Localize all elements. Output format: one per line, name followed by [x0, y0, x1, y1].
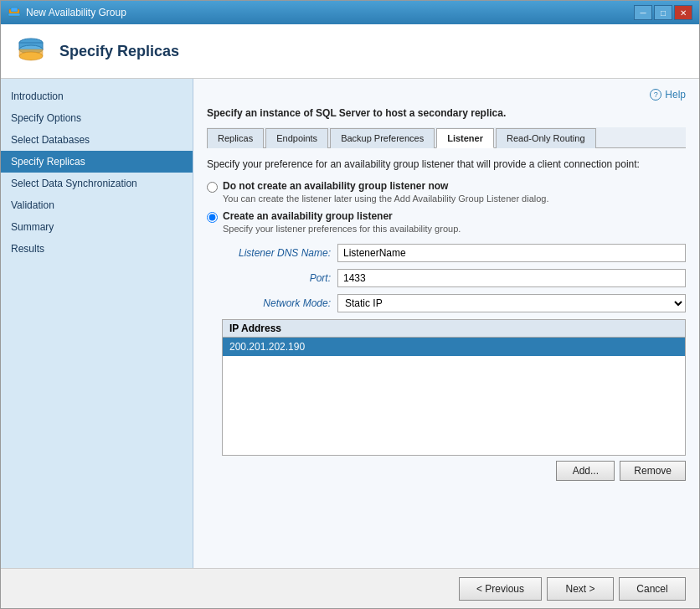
app-icon — [8, 6, 21, 19]
next-button[interactable]: Next > — [547, 577, 614, 601]
sidebar: Introduction Specify Options Select Data… — [1, 79, 193, 568]
sidebar-item-validation[interactable]: Validation — [1, 194, 193, 216]
main-content: Introduction Specify Options Select Data… — [1, 79, 699, 568]
port-label: Port: — [222, 272, 331, 284]
create-listener-sublabel: Specify your listener preferences for th… — [223, 224, 461, 234]
radio-option-no-listener: Do not create an availability group list… — [207, 180, 686, 204]
port-row: Port: — [222, 269, 686, 287]
listener-description: Specify your preference for an availabil… — [207, 158, 686, 170]
section-description: Specify an instance of SQL Server to hos… — [207, 107, 686, 119]
create-listener-radio[interactable] — [207, 212, 218, 223]
ip-table-header: IP Address — [223, 320, 685, 338]
title-bar-left: New Availability Group — [8, 6, 126, 19]
network-mode-row: Network Mode: Static IP DHCP — [222, 294, 686, 312]
remove-button[interactable]: Remove — [620, 461, 686, 481]
listener-form: Listener DNS Name: Port: Network Mode: S… — [222, 244, 686, 312]
no-listener-radio[interactable] — [207, 182, 218, 193]
help-link-text[interactable]: ? Help — [650, 89, 686, 101]
svg-point-7 — [19, 52, 43, 60]
sidebar-item-introduction[interactable]: Introduction — [1, 85, 193, 107]
table-buttons: Add... Remove — [207, 461, 686, 481]
sidebar-item-select-databases[interactable]: Select Databases — [1, 129, 193, 151]
footer: < Previous Next > Cancel — [1, 568, 699, 608]
network-mode-select[interactable]: Static IP DHCP — [337, 294, 686, 312]
dns-name-row: Listener DNS Name: — [222, 244, 686, 262]
tab-read-only-routing[interactable]: Read-Only Routing — [496, 128, 596, 148]
radio-group: Do not create an availability group list… — [207, 180, 686, 234]
ip-table-row[interactable]: 200.201.202.190 — [223, 338, 685, 356]
listener-tab-content: Specify your preference for an availabil… — [207, 158, 686, 558]
cancel-button[interactable]: Cancel — [619, 577, 686, 601]
page-title: Specify Replicas — [59, 43, 179, 60]
radio-option-create-listener: Create an availability group listener Sp… — [207, 210, 686, 234]
port-input[interactable] — [337, 269, 686, 287]
header-section: Specify Replicas — [1, 24, 699, 79]
tab-listener[interactable]: Listener — [436, 128, 494, 148]
sidebar-item-summary[interactable]: Summary — [1, 216, 193, 238]
network-label: Network Mode: — [222, 297, 331, 309]
window-title: New Availability Group — [26, 7, 126, 18]
create-listener-label: Create an availability group listener — [223, 210, 461, 222]
sidebar-item-specify-options[interactable]: Specify Options — [1, 107, 193, 129]
dns-label: Listener DNS Name: — [222, 247, 331, 259]
sidebar-item-select-data-sync[interactable]: Select Data Synchronization — [1, 173, 193, 194]
minimize-button[interactable]: ─ — [634, 5, 652, 20]
close-button[interactable]: ✕ — [674, 5, 692, 20]
help-link[interactable]: ? Help — [207, 89, 686, 101]
previous-button[interactable]: < Previous — [459, 577, 542, 601]
svg-rect-1 — [11, 8, 18, 12]
maximize-button[interactable]: □ — [654, 5, 672, 20]
no-listener-label: Do not create an availability group list… — [223, 180, 549, 192]
main-window: New Availability Group ─ □ ✕ Specify Rep… — [0, 0, 700, 609]
ip-address-table: IP Address 200.201.202.190 — [222, 319, 686, 456]
content-area: ? Help Specify an instance of SQL Server… — [193, 79, 699, 568]
add-button[interactable]: Add... — [556, 461, 615, 481]
title-bar: New Availability Group ─ □ ✕ — [1, 1, 699, 24]
title-bar-controls: ─ □ ✕ — [634, 5, 692, 20]
sidebar-item-specify-replicas[interactable]: Specify Replicas — [1, 151, 193, 173]
ip-table-body: 200.201.202.190 — [223, 338, 685, 455]
svg-rect-2 — [8, 13, 20, 16]
dns-name-input[interactable] — [337, 244, 686, 262]
help-icon: ? — [650, 89, 661, 101]
sidebar-item-results[interactable]: Results — [1, 238, 193, 260]
header-database-icon — [14, 34, 48, 68]
tab-backup-preferences[interactable]: Backup Preferences — [330, 128, 435, 148]
tab-endpoints[interactable]: Endpoints — [265, 128, 328, 148]
tab-bar: Replicas Endpoints Backup Preferences Li… — [207, 127, 686, 148]
no-listener-sublabel: You can create the listener later using … — [223, 194, 549, 204]
tab-replicas[interactable]: Replicas — [207, 128, 264, 148]
